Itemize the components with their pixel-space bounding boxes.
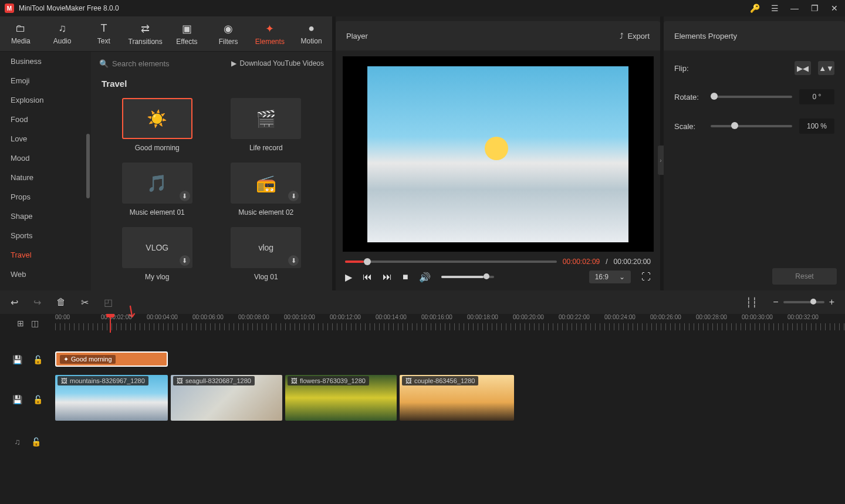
thumb-item[interactable]: ☀️Good morning [114,98,200,152]
volume-handle[interactable] [484,273,489,279]
category-shape[interactable]: Shape [0,207,91,226]
category-sports[interactable]: Sports [0,226,91,245]
tab-elements[interactable]: ✦Elements [249,16,291,51]
prev-frame-button[interactable]: ⏮ [363,272,372,282]
download-icon[interactable]: ⬇ [180,191,190,201]
download-icon[interactable]: ⬇ [288,191,299,201]
tab-transitions[interactable]: ⇄Transitions [124,16,166,51]
track-lock-icon[interactable]: 🔓 [31,437,41,447]
volume-slider[interactable] [441,276,494,278]
rotate-value[interactable]: 0 ° [799,89,834,104]
download-icon[interactable]: ⬇ [288,255,299,266]
thumbnail[interactable]: 🎵⬇ [122,163,192,204]
menu-icon[interactable]: ☰ [769,4,780,13]
crop-button[interactable]: ◰ [104,297,113,308]
rotate-slider[interactable] [711,96,792,98]
search-input[interactable]: 🔍 Search elements [99,59,225,68]
category-nature[interactable]: Nature [0,168,91,187]
track-lock-icon[interactable]: 🔓 [33,355,43,364]
scale-value[interactable]: 100 % [799,119,834,134]
tab-motion[interactable]: ●Motion [290,16,332,51]
video-clip[interactable]: 🖼seagull-8320687_1280 [171,375,282,421]
fullscreen-button[interactable]: ⛶ [641,272,651,282]
tab-media[interactable]: 🗀Media [0,16,42,51]
thumb-item[interactable]: VLOG⬇My vlog [114,227,200,281]
next-frame-button[interactable]: ⏭ [383,272,392,282]
thumbnail[interactable]: vlog⬇ [231,227,301,268]
zoom-slider[interactable] [783,301,824,303]
thumbnail[interactable]: VLOG⬇ [122,227,192,268]
split-button[interactable]: ✂ [81,297,89,308]
zoom-handle[interactable] [810,299,816,305]
element-track-body[interactable]: ✦ Good morning [55,348,845,371]
tab-audio[interactable]: ♫Audio [42,16,83,51]
reset-button[interactable]: Reset [772,268,837,285]
category-emoji[interactable]: Emoji [0,71,91,90]
track-lock-icon[interactable]: 🔓 [33,395,43,404]
preview-viewport[interactable] [343,56,654,252]
clip-label: 🖼mountains-8326967_1280 [58,376,148,385]
redo-button[interactable]: ↪ [33,297,41,308]
audio-track-body[interactable] [55,430,845,454]
thumb-item[interactable]: 🎬Life record [224,98,309,152]
thumb-item[interactable]: 📻⬇Music element 02 [224,163,309,217]
category-mood[interactable]: Mood [0,148,91,168]
video-clip[interactable]: 🖼couple-863456_1280 [400,375,514,421]
category-food[interactable]: Food [0,110,91,129]
category-love[interactable]: Love [0,129,91,148]
delete-button[interactable]: 🗑 [56,297,66,307]
track-save-icon[interactable]: 💾 [12,355,22,364]
aspect-ratio-dropdown[interactable]: 16:9 ⌄ [589,270,631,283]
tab-text[interactable]: TText [83,16,125,51]
category-props[interactable]: Props [0,187,91,207]
rotate-handle[interactable] [711,93,718,100]
license-key-icon[interactable]: 🔑 [749,4,760,13]
category-explosion[interactable]: Explosion [0,90,91,110]
track-music-icon[interactable]: ♫ [14,437,21,447]
thumbnail[interactable]: ☀️ [122,98,192,139]
scale-handle[interactable] [731,122,738,129]
ruler-tick-label: 00:00:32:00 [787,314,833,323]
category-business[interactable]: Business [0,52,91,71]
category-travel[interactable]: Travel [0,245,91,265]
timeline-ruler[interactable]: 00:0000:00:02:0000:00:04:0000:00:06:0000… [55,314,845,333]
stop-button[interactable]: ■ [403,272,408,282]
add-track-icon[interactable]: ⊞ [17,319,24,328]
scrub-handle[interactable] [364,258,371,265]
scale-slider[interactable] [711,125,792,127]
playhead[interactable]: ✂ ↘ [110,314,111,333]
thumb-item[interactable]: 🎵⬇Music element 01 [114,163,200,217]
track-stack-icon[interactable]: ◫ [31,319,39,328]
maximize-button[interactable]: ❐ [809,4,820,13]
category-web[interactable]: Web [0,265,91,284]
download-youtube-link[interactable]: ▶ Download YouTube Videos [231,59,324,67]
close-button[interactable]: ✕ [829,4,840,13]
preview-element-overlay[interactable] [485,137,508,160]
minimize-button[interactable]: — [789,4,800,13]
video-track-body[interactable]: 🖼mountains-8326967_1280🖼seagull-8320687_… [55,375,845,424]
video-clip[interactable]: 🖼flowers-8763039_1280 [285,375,397,421]
undo-button[interactable]: ↩ [11,297,18,308]
export-button[interactable]: ⤴ Export [620,32,650,40]
ruler-ticks [55,323,845,330]
zoom-in-button[interactable]: + [829,297,834,307]
thumb-item[interactable]: vlog⬇Vlog 01 [224,227,309,281]
timeline-snap-icon[interactable]: ┆┆ [746,297,758,308]
thumbnail[interactable]: 🎬 [231,98,301,139]
volume-icon[interactable]: 🔊 [419,272,431,283]
category-scrollbar[interactable] [86,134,90,198]
flip-vertical-button[interactable]: ▲▼ [818,61,834,75]
player-scrubber[interactable] [345,261,557,263]
play-button[interactable]: ▶ [345,272,352,283]
zoom-out-button[interactable]: − [773,297,778,307]
tab-filters[interactable]: ◉Filters [208,16,249,51]
thumbnail[interactable]: 📻⬇ [231,163,301,204]
tab-effects[interactable]: ▣Effects [166,16,208,51]
panel-collapse-handle[interactable]: › [658,146,664,175]
category-list[interactable]: BusinessEmojiExplosionFoodLoveMoodNature… [0,52,91,290]
video-clip[interactable]: 🖼mountains-8326967_1280 [55,375,168,421]
flip-horizontal-button[interactable]: ▶◀ [795,61,811,75]
download-icon[interactable]: ⬇ [180,255,190,266]
element-clip[interactable]: ✦ Good morning [55,351,168,367]
track-save-icon[interactable]: 💾 [12,395,22,404]
